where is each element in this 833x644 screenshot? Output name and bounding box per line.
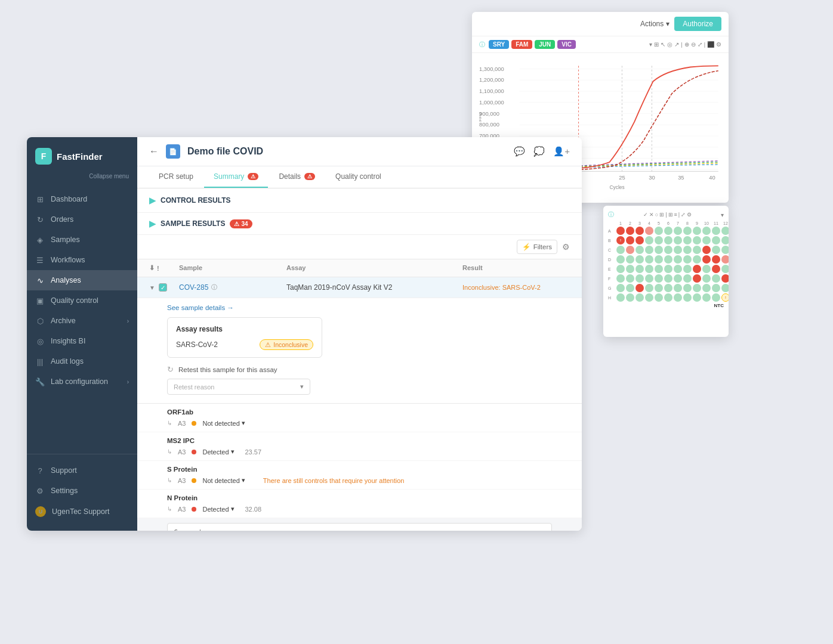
row-checkbox[interactable]: ✓ [159,283,167,292]
plate-cell[interactable] [702,274,711,283]
col-header-assay[interactable]: Assay [286,264,462,272]
sidebar-item-dashboard[interactable]: ⊞ Dashboard [27,189,137,209]
line-icon[interactable]: ↗ [674,41,679,48]
plate-cell[interactable] [702,246,711,254]
plate-cell[interactable] [683,293,692,302]
plate-cell[interactable] [655,265,663,273]
plate-cell[interactable]: ! [616,236,625,244]
channel-fam[interactable]: FAM [511,40,532,49]
plate-cell[interactable] [635,293,644,302]
plate-cell[interactable] [635,227,644,235]
plate-cell[interactable] [702,293,711,302]
channel-jun[interactable]: JUN [535,40,555,49]
plate-cell[interactable] [645,293,653,302]
plate-cell[interactable] [693,236,701,244]
plate-cell[interactable] [712,284,720,292]
plate-settings-icon[interactable]: ⚙ [687,212,692,218]
plate-cell[interactable] [645,246,653,254]
plate-cell[interactable] [664,255,672,264]
plate-cell[interactable] [712,293,720,302]
plate-cell[interactable] [626,293,634,302]
zoom-fit-icon[interactable]: ⤢ [698,41,702,48]
plate-cell[interactable] [721,255,729,264]
plate-cell[interactable] [645,265,653,273]
row-expand-icon[interactable]: ▼ [149,284,155,291]
plate-cell[interactable] [655,227,663,235]
target-icon[interactable]: ◎ [667,41,672,48]
plate-cell[interactable] [664,236,672,244]
collapse-menu-btn[interactable]: Collapse menu [27,171,137,187]
see-sample-details-link[interactable]: See sample details → [167,304,570,311]
actions-dropdown[interactable]: Actions ▾ [640,20,670,28]
view-dropdown[interactable]: ▾ [649,41,652,48]
tab-pcr-setup[interactable]: PCR setup [149,166,203,188]
channel-vic[interactable]: VIC [557,40,576,49]
sidebar-item-archive[interactable]: ⬡ Archive › [27,311,137,331]
plate-expand-icon[interactable]: ⤢ [681,212,686,218]
plate-cell[interactable] [645,255,653,264]
plate-cell[interactable] [693,255,701,264]
plate-cell[interactable] [721,236,729,244]
zoom-out-icon[interactable]: ⊖ [691,41,696,48]
gene-result-dropdown-orf1ab[interactable]: Not detected ▾ [202,419,245,427]
plate-cell[interactable] [683,246,692,254]
gene-result-dropdown-sprotein[interactable]: Not detected ▾ [202,476,245,484]
plate-cell-ntc[interactable]: ! [721,293,729,302]
plate-cell[interactable] [635,246,644,254]
table-settings-icon[interactable]: ⚙ [562,242,570,252]
sidebar-item-quality-control[interactable]: ▣ Quality control [27,290,137,311]
chat-icon[interactable]: 💭 [533,146,545,157]
add-user-icon[interactable]: 👤+ [553,146,570,157]
plate-chevron[interactable]: ▾ [721,212,724,218]
plate-cell[interactable] [693,265,701,273]
plate-cell[interactable] [702,236,711,244]
back-button[interactable]: ← [149,146,159,157]
sample-info-icon[interactable]: ⓘ [211,283,217,292]
sidebar-item-analyses[interactable]: ∿ Analyses [27,270,137,290]
plate-cell[interactable] [655,293,663,302]
plate-cell[interactable] [664,227,672,235]
tab-details[interactable]: Details ⚠ [269,166,325,188]
plate-cell[interactable] [626,236,634,244]
plate-cell[interactable] [645,274,653,283]
plate-tool1[interactable]: ⊞ [659,212,664,218]
chart-settings-icon[interactable]: ⚙ [716,41,721,48]
sort-icon[interactable]: ⬇ [149,264,155,272]
sidebar-item-insights-bi[interactable]: ◎ Insights BI [27,331,137,351]
plate-cell[interactable] [664,284,672,292]
plate-list-icon[interactable]: ≡ [674,212,677,218]
plate-cell[interactable] [655,274,663,283]
plate-cell[interactable] [683,236,692,244]
plate-cell[interactable] [655,236,663,244]
plate-cell[interactable] [626,284,634,292]
plate-cell[interactable] [693,293,701,302]
plate-cell[interactable] [616,265,625,273]
plate-cell[interactable] [674,236,682,244]
plate-grid-icon[interactable]: ⊞ [668,212,673,218]
plate-cell[interactable] [626,265,634,273]
plate-cell[interactable] [626,255,634,264]
cursor-icon[interactable]: ↖ [661,41,665,48]
plate-cell[interactable] [645,284,653,292]
plate-cell[interactable] [645,227,653,235]
plate-cell[interactable] [712,236,720,244]
plate-cell[interactable] [683,255,692,264]
plate-cell[interactable] [693,227,701,235]
plate-cell[interactable] [616,227,625,235]
plate-cell[interactable] [721,246,729,254]
plate-cell[interactable] [674,246,682,254]
plate-cell[interactable] [683,227,692,235]
plate-cell[interactable] [674,265,682,273]
plate-cell[interactable] [702,255,711,264]
plate-cell[interactable] [635,274,644,283]
plate-cell[interactable] [616,293,625,302]
authorize-button[interactable]: Authorize [674,17,721,31]
plate-cell[interactable] [693,274,701,283]
plate-cell[interactable] [721,265,729,273]
sample-results-toggle-icon[interactable]: ▶ [149,219,156,228]
plate-cell[interactable] [683,274,692,283]
plate-cell[interactable] [635,255,644,264]
plate-check-icon[interactable]: ✓ [643,212,648,218]
plate-cell[interactable] [683,284,692,292]
plate-cell[interactable] [664,265,672,273]
